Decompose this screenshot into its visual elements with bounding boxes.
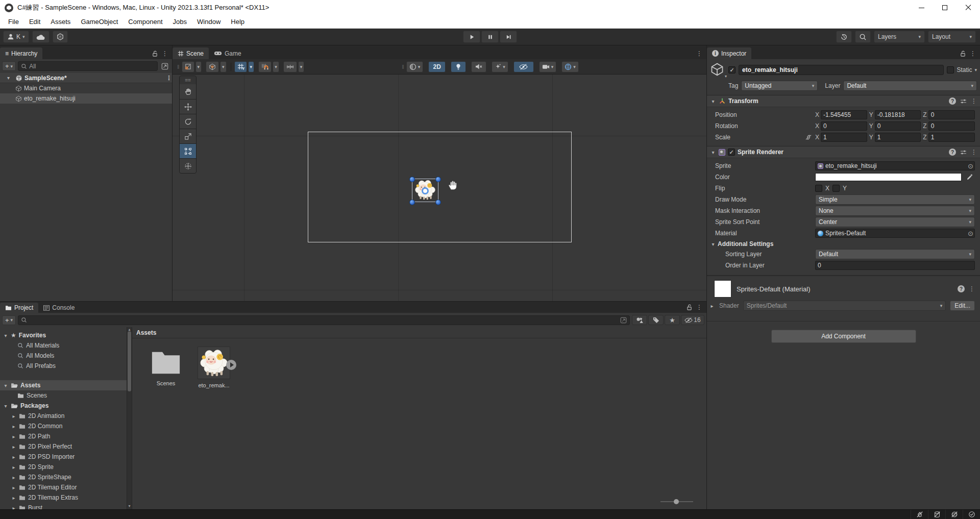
- foldout-closed-icon[interactable]: ▸: [11, 495, 16, 501]
- sprite-pivot[interactable]: [422, 187, 429, 194]
- foldout-closed-icon[interactable]: ▸: [11, 505, 16, 510]
- asset-eto-remake-sprite[interactable]: eto_remak...: [193, 347, 234, 388]
- foldout-open-icon[interactable]: ▾: [3, 333, 8, 338]
- menu-file[interactable]: File: [3, 18, 24, 26]
- tree-favorites[interactable]: ▾ ★ Favorites: [0, 330, 127, 340]
- tree-package-item[interactable]: ▸2D Sprite: [0, 462, 127, 472]
- presets-icon[interactable]: [960, 98, 967, 104]
- minimize-button[interactable]: [910, 0, 933, 15]
- version-control-button[interactable]: [53, 31, 68, 43]
- order-in-layer-field[interactable]: 0: [815, 261, 975, 270]
- account-button[interactable]: K ▾: [3, 31, 29, 43]
- scale-tool-button[interactable]: [180, 129, 196, 143]
- project-search-input[interactable]: [18, 315, 630, 325]
- draw-mode-button[interactable]: ▾: [406, 61, 424, 72]
- hierarchy-scene-row[interactable]: ▾ SampleScene* ⋮: [0, 73, 172, 83]
- help-icon[interactable]: ?: [949, 97, 956, 105]
- console-status-button[interactable]: [963, 510, 980, 519]
- palette-drag-handle[interactable]: ==: [180, 76, 196, 84]
- maximize-button[interactable]: [933, 0, 957, 15]
- expand-subassets-button[interactable]: [226, 360, 236, 370]
- play-button[interactable]: [463, 31, 480, 43]
- create-button[interactable]: + ▾: [2, 61, 16, 71]
- foldout-open-icon[interactable]: ▾: [710, 150, 716, 155]
- asset-scenes-folder[interactable]: Scenes: [145, 347, 186, 388]
- material-object-field[interactable]: Sprites-Default ⊙: [815, 229, 975, 238]
- kebab-menu-icon[interactable]: ⋮: [969, 285, 975, 292]
- foldout-closed-icon[interactable]: ▸: [11, 464, 16, 470]
- kebab-menu-icon[interactable]: ⋮: [970, 50, 976, 57]
- tab-game[interactable]: Game: [209, 47, 247, 59]
- help-icon[interactable]: ?: [949, 149, 956, 156]
- cache-server-status-button[interactable]: [928, 510, 945, 519]
- kebab-menu-icon[interactable]: ⋮: [696, 50, 702, 57]
- search-by-type-button[interactable]: [632, 315, 647, 325]
- effects-toggle-button[interactable]: ▾: [492, 61, 508, 72]
- slider-knob[interactable]: [674, 499, 679, 504]
- debugger-status-button[interactable]: [911, 510, 928, 519]
- tree-package-item[interactable]: ▸2D PSD Importer: [0, 452, 127, 462]
- scrollbar-thumb[interactable]: [128, 331, 131, 391]
- lock-icon[interactable]: [960, 51, 966, 57]
- snap-increment-dropdown[interactable]: ▾: [298, 61, 305, 72]
- position-y-field[interactable]: -0.181818: [875, 110, 921, 119]
- menu-assets[interactable]: Assets: [45, 18, 76, 26]
- tree-all-prefabs[interactable]: All Prefabs: [0, 361, 127, 371]
- scale-x-field[interactable]: 1: [821, 133, 867, 142]
- tab-project[interactable]: Project: [0, 303, 38, 313]
- rotation-x-field[interactable]: 0: [821, 121, 867, 131]
- tool-handle-rotation-button[interactable]: [206, 61, 219, 72]
- resize-handle-topleft[interactable]: [409, 177, 415, 182]
- rect-tool-button[interactable]: [180, 143, 196, 158]
- gizmos-button[interactable]: ▾: [561, 61, 579, 72]
- menu-help[interactable]: Help: [226, 18, 250, 26]
- tree-all-materials[interactable]: All Materials: [0, 340, 127, 351]
- object-picker-icon[interactable]: ⊙: [968, 162, 973, 170]
- gameobject-name-field[interactable]: eto_remake_hitsuji: [739, 65, 944, 75]
- kebab-menu-icon[interactable]: ⋮: [971, 97, 977, 105]
- rotate-tool-button[interactable]: [180, 114, 196, 129]
- tab-hierarchy[interactable]: ≡ Hierarchy: [0, 47, 42, 59]
- scale-y-field[interactable]: 1: [875, 133, 921, 142]
- kebab-menu-icon[interactable]: ⋮: [971, 149, 977, 156]
- position-x-field[interactable]: -1.545455: [821, 110, 867, 119]
- menu-edit[interactable]: Edit: [24, 18, 45, 26]
- shader-dropdown[interactable]: Sprites/Default ▾: [743, 301, 946, 311]
- menu-component[interactable]: Component: [123, 18, 167, 26]
- tree-scrollbar[interactable]: ▴ ▾: [127, 327, 132, 509]
- 2d-mode-button[interactable]: 2D: [428, 61, 446, 72]
- link-broken-icon[interactable]: [805, 134, 812, 140]
- hierarchy-item-eto-remake-hitsuji[interactable]: eto_remake_hitsuji: [0, 93, 172, 104]
- close-button[interactable]: [957, 0, 980, 15]
- object-picker-icon[interactable]: ⊙: [968, 230, 973, 237]
- scale-z-field[interactable]: 1: [928, 133, 975, 142]
- sprite-renderer-header[interactable]: ▾ ✓ Sprite Renderer ? ⋮: [707, 146, 980, 158]
- tree-package-item[interactable]: ▸2D Path: [0, 431, 127, 441]
- color-swatch[interactable]: [815, 173, 962, 181]
- favorites-filter-button[interactable]: ★: [665, 315, 680, 325]
- flip-x-checkbox[interactable]: [815, 185, 822, 192]
- create-asset-button[interactable]: + ▾: [2, 315, 16, 325]
- grid-snapping-button[interactable]: [258, 61, 272, 72]
- kebab-menu-icon[interactable]: ⋮: [166, 75, 172, 82]
- rotation-y-field[interactable]: 0: [875, 121, 921, 131]
- search-by-label-button[interactable]: [648, 315, 664, 325]
- foldout-closed-icon[interactable]: ▸: [709, 303, 715, 309]
- draw-mode-dropdown[interactable]: Simple▾: [815, 194, 975, 205]
- camera-settings-button[interactable]: ▾: [539, 61, 557, 72]
- foldout-closed-icon[interactable]: ▸: [11, 413, 16, 419]
- layer-dropdown[interactable]: Default ▾: [843, 81, 977, 91]
- thumbnail-size-slider[interactable]: [660, 499, 693, 504]
- foldout-closed-icon[interactable]: ▸: [11, 424, 16, 429]
- flip-y-checkbox[interactable]: [832, 185, 840, 192]
- tree-scenes[interactable]: Scenes: [0, 390, 127, 401]
- foldout-open-icon[interactable]: ▾: [3, 403, 8, 409]
- tab-console[interactable]: Console: [38, 303, 80, 313]
- menu-jobs[interactable]: Jobs: [168, 18, 192, 26]
- grid-visibility-dropdown[interactable]: ▾: [248, 61, 255, 72]
- transform-tool-button[interactable]: [180, 158, 196, 173]
- tree-assets[interactable]: ▾ Assets: [0, 380, 127, 390]
- mask-interaction-dropdown[interactable]: None▾: [815, 206, 975, 216]
- foldout-closed-icon[interactable]: ▸: [11, 434, 16, 439]
- hidden-packages-button[interactable]: 16: [681, 315, 704, 325]
